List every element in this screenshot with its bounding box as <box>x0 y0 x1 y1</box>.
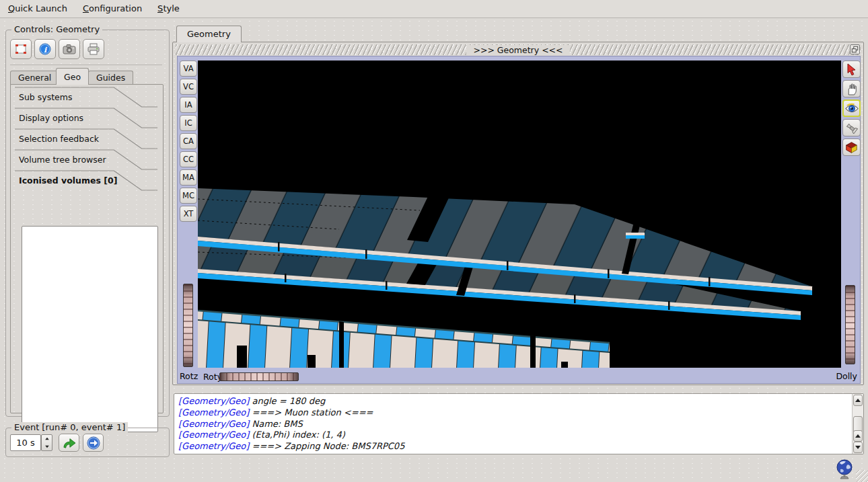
controls-title: Controls: Geometry <box>11 24 102 34</box>
section-sub-systems[interactable]: Sub systems <box>15 87 160 108</box>
log-line: [Geometry/Geo] (Eta,Phi) index: (1, 4) <box>174 430 863 441</box>
cube-icon <box>845 141 858 154</box>
view-button-ma[interactable]: MA <box>180 169 197 186</box>
statusbar <box>0 456 868 482</box>
view-button-vc[interactable]: VC <box>180 79 197 95</box>
view-button-ca[interactable]: CA <box>180 133 197 149</box>
eye-icon <box>845 103 859 114</box>
spin-up-icon[interactable] <box>42 435 52 443</box>
section-volume-tree-browser[interactable]: Volume tree browser <box>15 149 160 170</box>
camera-icon <box>63 44 76 54</box>
section-iconised-volumes[interactable]: Iconised volumes [0] <box>15 170 160 191</box>
print-button[interactable] <box>83 39 104 59</box>
log-line: [Geometry/Geo] Name: BMS <box>174 419 863 430</box>
dolly-thumbwheel[interactable] <box>845 285 855 364</box>
log-line: [Geometry/Geo] ===> Zapping Node: BMS7RP… <box>174 441 863 452</box>
next-event-arrow-icon <box>62 437 77 449</box>
message-log[interactable]: [Geometry/Geo] angle = 180 deg [Geometry… <box>174 393 864 454</box>
resize-grip[interactable] <box>856 470 868 482</box>
pan-mode-button[interactable] <box>842 80 861 97</box>
viewer-bottom-bar: Rotz Roty Dolly <box>178 368 860 385</box>
hand-icon <box>846 83 857 95</box>
screenshot-button[interactable] <box>59 39 80 59</box>
info-button[interactable]: i <box>34 39 56 59</box>
application-window: { "menubar": { "items": ["Quick Launch",… <box>0 0 868 482</box>
go-arrow-icon <box>87 436 100 450</box>
fullscreen-icon <box>15 44 27 54</box>
tab-guides[interactable]: Guides <box>88 71 133 85</box>
event-title: Event [run# 0, event# 1] <box>11 422 128 432</box>
section-display-options[interactable]: Display options <box>15 108 160 128</box>
event-interval-field[interactable]: 10 s <box>10 434 41 451</box>
network-globe-icon <box>834 458 855 480</box>
roty-thumbwheel[interactable] <box>219 372 299 381</box>
toolbar-separator <box>10 65 162 65</box>
rotz-label: Rotz <box>180 371 198 381</box>
pick-mode-button[interactable] <box>842 61 861 78</box>
3d-viewport[interactable] <box>198 61 841 368</box>
menu-quick-launch[interactable]: Quick Launch <box>3 0 75 17</box>
scroll-up-button[interactable] <box>853 395 863 406</box>
controls-groupbox: Controls: Geometry i Gene <box>5 30 170 417</box>
scroll-up-button-2[interactable] <box>853 430 863 442</box>
view-mode-button[interactable] <box>842 99 861 117</box>
pick-arrow-icon <box>846 63 858 76</box>
float-window-icon <box>851 46 859 53</box>
detector-geometry-render <box>198 61 841 368</box>
iconised-volumes-list[interactable] <box>22 226 158 432</box>
rotx-thumbwheel[interactable] <box>183 284 193 367</box>
goto-event-button[interactable] <box>83 434 104 452</box>
geometry-channel-pane: >>> Geometry <<< VA VC IA IC CA CC MA MC… <box>172 42 864 385</box>
scroll-down-button[interactable] <box>853 442 863 453</box>
tab-general[interactable]: General <box>10 71 59 85</box>
tab-geometry-channel[interactable]: Geometry <box>176 26 242 42</box>
view-button-cc[interactable]: CC <box>180 151 197 167</box>
view-button-ic[interactable]: IC <box>180 115 197 131</box>
printer-icon <box>87 43 100 55</box>
float-window-button[interactable] <box>850 44 860 54</box>
section-selection-feedback[interactable]: Selection feedback <box>15 128 160 149</box>
log-scrollbar[interactable] <box>852 394 863 454</box>
flashlight-icon <box>845 122 858 134</box>
viewer-frame: VA VC IA IC CA CC MA MC XT <box>177 56 861 384</box>
dock-title-text: >>> Geometry <<< <box>466 45 569 55</box>
seek-mode-button[interactable] <box>842 119 861 136</box>
event-groupbox: Event [run# 0, event# 1] 10 s <box>5 428 170 457</box>
dock-titlebar[interactable]: >>> Geometry <<< <box>176 44 861 55</box>
dolly-label: Dolly <box>836 371 857 381</box>
menu-configuration[interactable]: Configuration <box>77 0 149 17</box>
fullscreen-button[interactable] <box>10 39 32 59</box>
event-interval-stepper[interactable] <box>41 434 52 451</box>
menubar: Quick Launch Configuration Style <box>0 0 868 18</box>
view-button-ia[interactable]: IA <box>180 97 197 113</box>
log-line: [Geometry/Geo] ===> Muon station <=== <box>174 407 863 419</box>
log-line: [Geometry/Geo] angle = 180 deg <box>174 396 863 407</box>
view-button-xt[interactable]: XT <box>180 206 197 222</box>
view-all-button[interactable] <box>842 138 861 156</box>
spin-down-icon[interactable] <box>42 443 52 451</box>
tab-geo[interactable]: Geo <box>56 68 89 85</box>
view-button-va[interactable]: VA <box>180 61 197 77</box>
menu-style[interactable]: Style <box>152 0 187 17</box>
view-button-mc[interactable]: MC <box>180 188 197 204</box>
next-event-button[interactable] <box>59 434 79 452</box>
info-icon: i <box>39 43 51 55</box>
geo-tab-pane: Sub systems Display options Selection fe… <box>10 84 164 413</box>
